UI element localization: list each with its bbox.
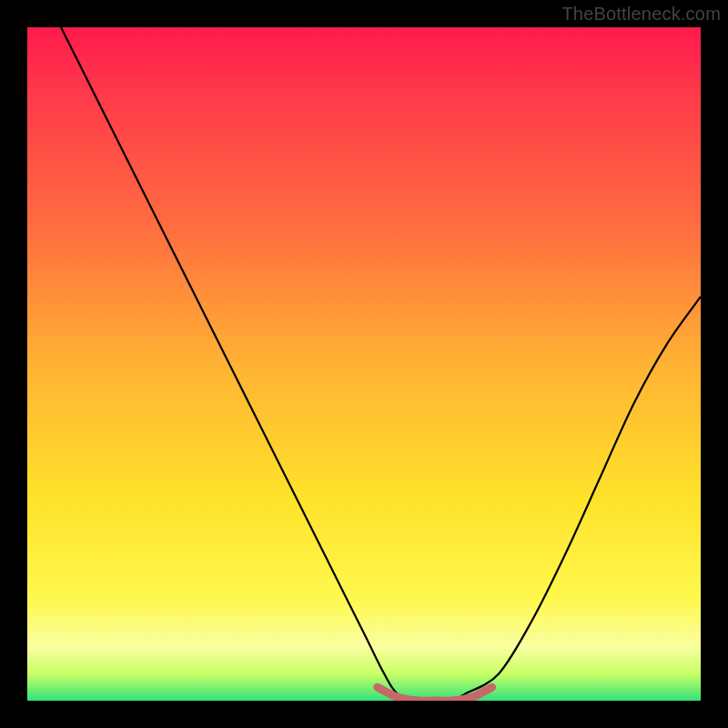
watermark-text: TheBottleneck.com [561,4,721,25]
curve-path [61,27,701,701]
bottleneck-curve [27,27,701,701]
chart-frame: TheBottleneck.com [0,0,728,728]
plot-area [27,27,701,701]
